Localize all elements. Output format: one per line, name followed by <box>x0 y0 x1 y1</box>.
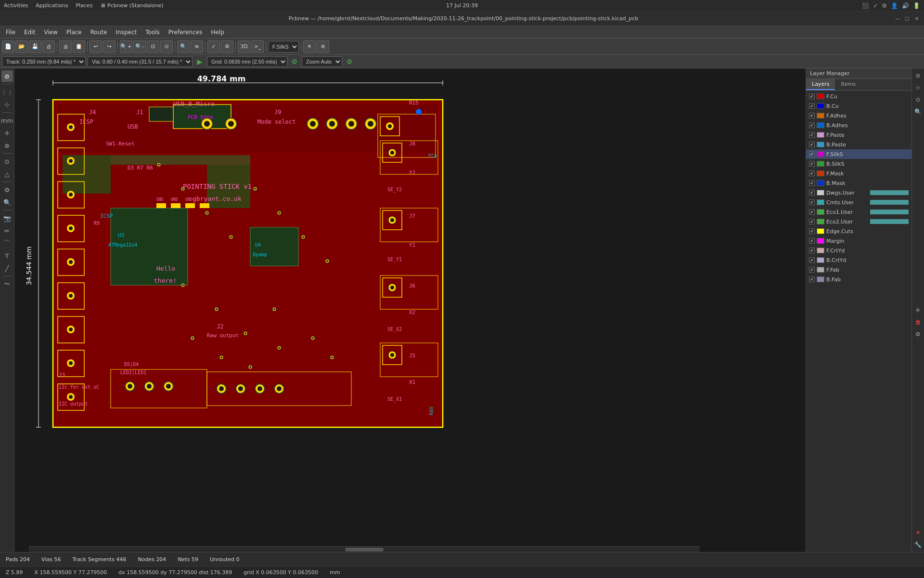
scripting-btn[interactable]: >_ <box>251 40 264 53</box>
places-btn[interactable]: Places <box>76 2 92 9</box>
layer-check-b-cu[interactable]: ✓ <box>809 103 815 109</box>
activities-btn[interactable]: Activities <box>4 2 28 9</box>
menu-place[interactable]: Place <box>63 28 86 37</box>
applications-btn[interactable]: Applications <box>36 2 68 9</box>
text-tool[interactable]: T <box>1 250 13 262</box>
right-delete-btn[interactable]: 🗑 <box>913 317 924 328</box>
minimize-btn[interactable]: — <box>894 15 901 22</box>
zoom-out-btn[interactable]: 🔍- <box>133 40 146 53</box>
layer-check-margin[interactable]: ✓ <box>809 238 815 244</box>
highlight-btn[interactable]: ☀ <box>303 40 316 53</box>
menu-tools[interactable]: Tools <box>141 28 164 37</box>
right-inspect-btn[interactable]: 🔍 <box>913 106 924 117</box>
ratsnest-btn[interactable]: ⊛ <box>317 40 329 53</box>
photo-tool[interactable]: 📷 <box>1 212 13 224</box>
right-tool-btn[interactable]: 🔧 <box>913 539 924 550</box>
setup-btn[interactable]: ⚙ <box>221 40 233 53</box>
layer-check-b-adhes[interactable]: ✓ <box>809 122 815 128</box>
track-select[interactable]: Track: 0.250 mm (9.84 mils) * <box>2 56 86 67</box>
menu-view[interactable]: View <box>40 28 61 37</box>
add-route-btn[interactable]: ▶ <box>194 56 205 67</box>
plot-btn[interactable]: 🖨 <box>42 40 55 53</box>
layer-item-edge-cuts[interactable]: ✓Edge.Cuts <box>806 226 911 236</box>
clearance-tool[interactable]: △ <box>1 168 13 180</box>
systray-icon-3[interactable]: ⚙ <box>882 2 887 9</box>
horizontal-scrollbar[interactable] <box>345 548 384 552</box>
find-btn[interactable]: 🔍 <box>177 40 190 53</box>
select-tool[interactable]: ⊘ <box>1 70 13 82</box>
tab-items[interactable]: Items <box>835 79 861 90</box>
layer-select[interactable]: F.SilkS <box>268 41 299 53</box>
ratsnest-tool[interactable]: ⊙ <box>1 156 13 167</box>
layer-item-b-crtyd[interactable]: ✓B.CrtYd <box>806 255 911 265</box>
menu-inspect[interactable]: Inspect <box>112 28 141 37</box>
arc-tool[interactable]: ⌒ <box>1 237 13 249</box>
grid-tool[interactable]: ⋮⋮ <box>1 86 13 98</box>
via-select[interactable]: Via: 0.80 / 0.40 mm (31.5 / 15.7 mils) * <box>88 56 192 67</box>
layer-check-eco2-user[interactable]: ✓ <box>809 219 815 224</box>
layer-check-f-mask[interactable]: ✓ <box>809 171 815 176</box>
right-select-btn[interactable]: ⊘ <box>913 70 924 81</box>
layer-item-f-crtyd[interactable]: ✓F.CrtYd <box>806 246 911 255</box>
layer-check-edge-cuts[interactable]: ✓ <box>809 228 815 234</box>
layer-item-margin[interactable]: ✓Margin <box>806 236 911 246</box>
layer-item-b-adhes[interactable]: ✓B.Adhes <box>806 120 911 130</box>
netinspect-tool[interactable]: ⊛ <box>1 140 13 151</box>
layer-item-f-cu[interactable]: ✓F.Cu <box>806 92 911 101</box>
grid-select[interactable]: Grid: 0.0635 mm (2.50 mils) <box>207 56 287 67</box>
layer-item-eco2-user[interactable]: ✓Eco2.User <box>806 217 911 226</box>
wave-tool[interactable]: 〜 <box>1 278 13 290</box>
layer-item-cmts-user[interactable]: ✓Cmts.User <box>806 197 911 207</box>
line-tool[interactable]: ╱ <box>1 263 13 274</box>
layer-item-b-paste[interactable]: ✓B.Paste <box>806 140 911 149</box>
open-btn[interactable]: 📂 <box>15 40 28 53</box>
menu-edit[interactable]: Edit <box>20 28 39 37</box>
layer-check-f-fab[interactable]: ✓ <box>809 267 815 273</box>
zoom-settings-btn[interactable]: ⚙ <box>344 56 355 67</box>
layer-check-eco1-user[interactable]: ✓ <box>809 209 815 215</box>
layer-check-f-cu[interactable]: ✓ <box>809 93 815 99</box>
layer-item-f-fab[interactable]: ✓F.Fab <box>806 265 911 275</box>
layer-item-b-fab[interactable]: ✓B.Fab <box>806 275 911 284</box>
menu-preferences[interactable]: Preferences <box>165 28 206 37</box>
menu-help[interactable]: Help <box>207 28 228 37</box>
layer-item-b-silks[interactable]: ✓B.SilkS <box>806 159 911 169</box>
cross-tool[interactable]: ✛ <box>1 127 13 139</box>
board-setup-tool[interactable]: ⚙ <box>1 184 13 196</box>
layer-item-f-adhes[interactable]: ✓F.Adhes <box>806 111 911 120</box>
undo-btn[interactable]: ↩ <box>90 40 102 53</box>
layer-check-f-adhes[interactable]: ✓ <box>809 113 815 118</box>
layer-check-b-paste[interactable]: ✓ <box>809 142 815 147</box>
drc-tool[interactable]: 🔍 <box>1 197 13 208</box>
save-btn[interactable]: 💾 <box>29 40 41 53</box>
close-btn[interactable]: ✕ <box>913 15 920 22</box>
zoom-prev-btn[interactable]: ⊙ <box>160 40 173 53</box>
print-btn[interactable]: 🖨 <box>59 40 72 53</box>
layer-item-f-mask[interactable]: ✓F.Mask <box>806 169 911 178</box>
netlist-btn[interactable]: ≡ <box>191 40 203 53</box>
menu-route[interactable]: Route <box>87 28 111 37</box>
layer-check-b-crtyd[interactable]: ✓ <box>809 257 815 263</box>
measure-tool[interactable]: mm <box>1 115 13 126</box>
zoom-select[interactable]: Zoom Auto <box>302 56 342 67</box>
new-btn[interactable]: 📄 <box>2 40 14 53</box>
zoom-fit-btn[interactable]: ⊡ <box>147 40 159 53</box>
layer-check-f-crtyd[interactable]: ✓ <box>809 248 815 253</box>
layer-check-cmts-user[interactable]: ✓ <box>809 199 815 205</box>
tab-layers[interactable]: Layers <box>806 79 835 90</box>
right-footprint-btn[interactable]: ⊹ <box>913 82 924 93</box>
layer-check-dwgs-user[interactable]: ✓ <box>809 190 815 196</box>
layer-check-b-fab[interactable]: ✓ <box>809 276 815 282</box>
layer-check-f-paste[interactable]: ✓ <box>809 132 815 138</box>
layer-item-f-paste[interactable]: ✓F.Paste <box>806 130 911 140</box>
layer-item-eco1-user[interactable]: ✓Eco1.User <box>806 207 911 217</box>
drc-btn[interactable]: ✓ <box>207 40 220 53</box>
layer-item-b-mask[interactable]: ✓B.Mask <box>806 178 911 188</box>
layer-check-f-silks[interactable]: ✓ <box>809 151 815 157</box>
layer-item-dwgs-user[interactable]: ✓Dwgs.User <box>806 188 911 197</box>
grid-settings-btn[interactable]: ⚙ <box>289 56 300 67</box>
zoom-in-btn[interactable]: 🔍+ <box>120 40 132 53</box>
menu-file[interactable]: File <box>2 28 19 37</box>
right-move-btn[interactable]: ✛ <box>913 305 924 315</box>
redo-btn[interactable]: ↪ <box>103 40 116 53</box>
